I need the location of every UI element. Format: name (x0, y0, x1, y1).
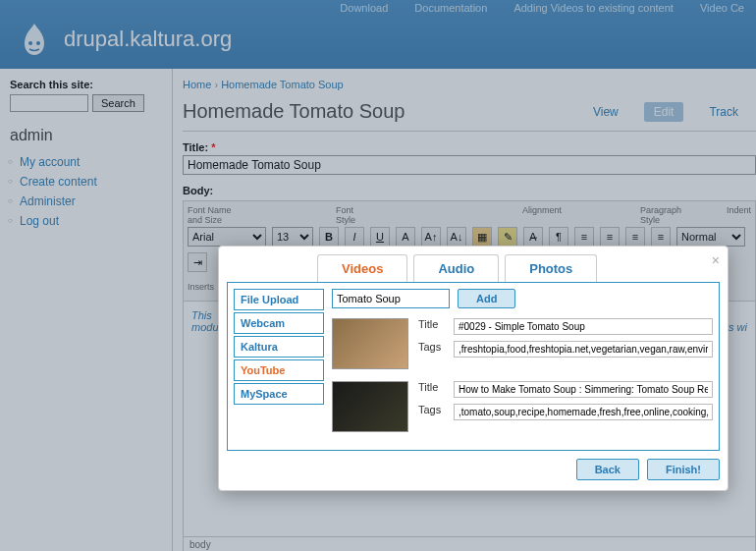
finish-button[interactable]: Finish! (647, 459, 720, 480)
media-search-input[interactable] (332, 289, 450, 308)
tab-videos[interactable]: Videos (317, 254, 407, 282)
media-modal: × Videos Audio Photos File Upload Webcam… (218, 246, 729, 491)
source-list: File Upload Webcam Kaltura YouTube MySpa… (234, 289, 324, 444)
result-title-input[interactable] (454, 381, 713, 398)
add-button[interactable]: Add (458, 289, 515, 308)
result-tags-input[interactable] (454, 341, 713, 358)
source-myspace[interactable]: MySpace (234, 383, 324, 405)
result-row[interactable]: Title Tags (332, 318, 713, 369)
close-icon[interactable]: × (712, 252, 720, 268)
tab-audio[interactable]: Audio (413, 254, 499, 282)
result-title-input[interactable] (454, 318, 713, 335)
source-file-upload[interactable]: File Upload (234, 289, 324, 310)
result-row[interactable]: Title Tags (332, 381, 713, 432)
tab-photos[interactable]: Photos (505, 254, 597, 282)
video-thumbnail[interactable] (332, 381, 408, 432)
source-webcam[interactable]: Webcam (234, 312, 324, 334)
result-tags-input[interactable] (454, 404, 713, 420)
source-youtube[interactable]: YouTube (234, 359, 324, 381)
video-thumbnail[interactable] (332, 318, 408, 369)
back-button[interactable]: Back (576, 459, 639, 480)
source-kaltura[interactable]: Kaltura (234, 336, 324, 358)
